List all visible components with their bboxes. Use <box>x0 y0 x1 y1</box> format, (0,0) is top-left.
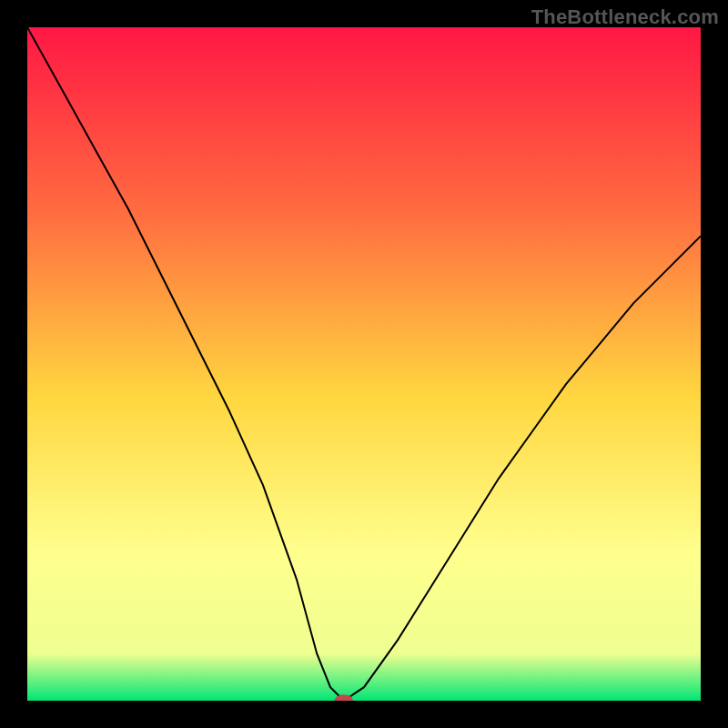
plot-svg <box>27 27 701 701</box>
chart-frame: TheBottleneck.com <box>0 0 728 728</box>
gradient-background <box>27 27 701 701</box>
watermark-text: TheBottleneck.com <box>531 5 719 29</box>
plot-area <box>27 27 701 701</box>
